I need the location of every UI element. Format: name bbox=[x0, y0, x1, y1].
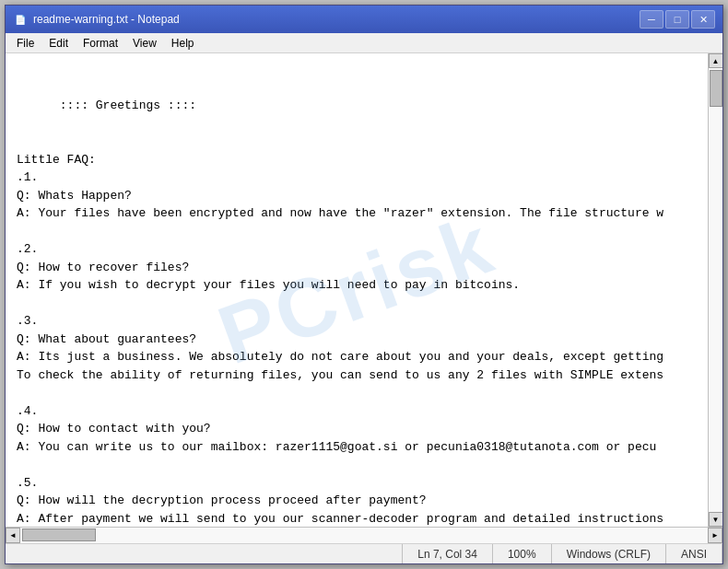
status-line-ending: Windows (CRLF) bbox=[552, 544, 666, 563]
vertical-scrollbar: ▲ ▼ bbox=[708, 53, 722, 527]
status-bar: Ln 7, Col 34 100% Windows (CRLF) ANSI bbox=[6, 543, 722, 563]
menu-edit[interactable]: Edit bbox=[41, 35, 76, 52]
status-position: Ln 7, Col 34 bbox=[403, 544, 493, 563]
close-button[interactable]: ✕ bbox=[691, 10, 715, 29]
title-bar: 📄 readme-warning.txt - Notepad ─ □ ✕ bbox=[6, 6, 722, 33]
menu-format[interactable]: Format bbox=[76, 35, 125, 52]
minimize-button[interactable]: ─ bbox=[640, 10, 663, 29]
editor-text: :::: Greetings :::: Little FAQ: .1. Q: W… bbox=[17, 99, 663, 527]
scroll-down-button[interactable]: ▼ bbox=[709, 512, 723, 527]
window-title: readme-warning.txt - Notepad bbox=[33, 13, 640, 26]
menu-file[interactable]: File bbox=[9, 35, 41, 52]
scroll-track-v[interactable] bbox=[709, 68, 722, 512]
menu-bar: File Edit Format View Help bbox=[6, 33, 722, 53]
status-encoding: ANSI bbox=[666, 544, 722, 563]
scroll-track-h[interactable] bbox=[20, 528, 708, 543]
scroll-left-button[interactable]: ◄ bbox=[6, 528, 20, 543]
scroll-thumb-h[interactable] bbox=[22, 528, 96, 541]
content-area: PCrisk :::: Greetings :::: Little FAQ: .… bbox=[6, 53, 722, 527]
menu-view[interactable]: View bbox=[125, 35, 164, 52]
scroll-thumb-v[interactable] bbox=[710, 70, 722, 107]
text-editor[interactable]: PCrisk :::: Greetings :::: Little FAQ: .… bbox=[6, 53, 708, 527]
window-controls: ─ □ ✕ bbox=[640, 10, 715, 29]
scroll-up-button[interactable]: ▲ bbox=[709, 53, 723, 68]
status-zoom: 100% bbox=[493, 544, 552, 563]
notepad-window: 📄 readme-warning.txt - Notepad ─ □ ✕ Fil… bbox=[5, 5, 723, 564]
scroll-right-button[interactable]: ► bbox=[708, 528, 722, 543]
horizontal-scrollbar-area: ◄ ► bbox=[6, 527, 722, 543]
app-icon: 📄 bbox=[13, 12, 28, 27]
maximize-button[interactable]: □ bbox=[665, 10, 689, 29]
status-blank bbox=[6, 544, 403, 563]
menu-help[interactable]: Help bbox=[164, 35, 202, 52]
